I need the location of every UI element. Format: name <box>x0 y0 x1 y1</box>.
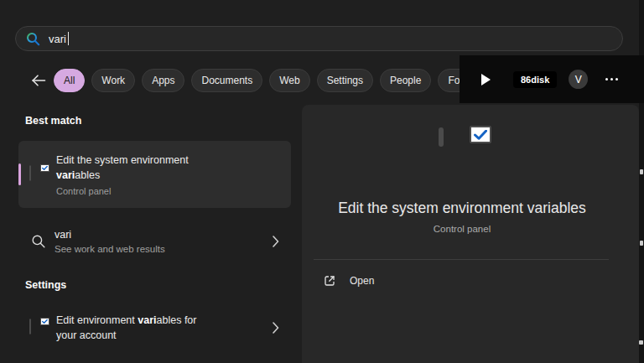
web-suggestion-query: vari <box>55 228 273 242</box>
account-overlay-bar: 86disk V <box>460 55 644 103</box>
system-properties-icon <box>29 166 48 184</box>
window-edge <box>639 0 644 363</box>
preview-panel: Edit the system environment variables Co… <box>302 105 639 363</box>
search-outline-icon <box>31 234 46 249</box>
result-web-suggestion[interactable]: vari See work and web results <box>18 217 291 266</box>
preview-subtitle: Control panel <box>434 224 491 234</box>
best-match-title-line1: Edit the system environment <box>56 153 291 168</box>
settings-item-line2: your account <box>56 328 273 343</box>
best-match-text: Edit the system environment variables Co… <box>56 153 291 197</box>
windows-search-window: vari AllWorkAppsDocumentsWebSettingsPeop… <box>0 0 644 363</box>
filter-pill-people[interactable]: People <box>380 69 431 92</box>
back-arrow-icon[interactable] <box>30 73 47 88</box>
web-suggestion-text: vari See work and web results <box>55 228 273 256</box>
filter-pills: AllWorkAppsDocumentsWebSettingsPeopleFol… <box>54 69 491 92</box>
filter-pill-all[interactable]: All <box>54 69 85 92</box>
search-input[interactable]: vari <box>15 26 623 51</box>
text-caret <box>68 32 69 45</box>
divider <box>314 259 609 260</box>
system-properties-icon <box>439 130 487 179</box>
open-external-icon <box>323 274 336 288</box>
chevron-right-icon <box>273 322 279 334</box>
web-suggestion-subtitle: See work and web results <box>55 242 273 256</box>
best-match-title-line2: variables <box>56 168 291 183</box>
ellipsis-icon[interactable] <box>602 75 621 84</box>
settings-header: Settings <box>25 279 66 291</box>
preview-content: Edit the system environment variables Co… <box>302 105 639 234</box>
chevron-right-icon <box>273 236 279 247</box>
account-badge[interactable]: 86disk <box>513 71 557 88</box>
filter-pill-apps[interactable]: Apps <box>142 69 184 92</box>
best-match-header: Best match <box>25 115 81 127</box>
settings-item-line1: Edit environment variables for <box>56 313 273 328</box>
play-icon[interactable] <box>481 74 491 86</box>
filter-tabs-row: AllWorkAppsDocumentsWebSettingsPeopleFol… <box>30 69 491 92</box>
filter-pill-documents[interactable]: Documents <box>191 69 262 92</box>
search-query-text: vari <box>49 33 66 45</box>
open-label: Open <box>350 275 374 287</box>
selection-accent-bar <box>18 163 21 185</box>
filter-pill-web[interactable]: Web <box>269 69 309 92</box>
user-avatar[interactable]: V <box>569 70 588 89</box>
best-match-subtitle: Control panel <box>56 185 291 197</box>
preview-title: Edit the system environment variables <box>338 200 586 217</box>
result-settings-item[interactable]: Edit environment variables for your acco… <box>18 302 291 354</box>
search-icon <box>26 32 40 46</box>
system-properties-icon <box>29 319 48 337</box>
settings-item-text: Edit environment variables for your acco… <box>56 313 273 343</box>
filter-pill-settings[interactable]: Settings <box>317 69 373 92</box>
open-action[interactable]: Open <box>314 269 481 292</box>
filter-pill-work[interactable]: Work <box>91 69 135 92</box>
result-best-match[interactable]: Edit the system environment variables Co… <box>18 141 291 208</box>
